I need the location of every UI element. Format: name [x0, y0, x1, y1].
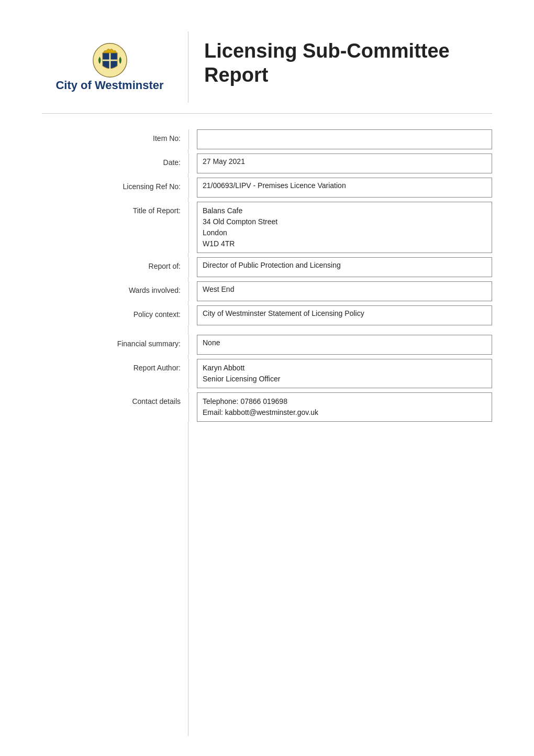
report-title-line1: Licensing Sub-Committee	[204, 40, 450, 62]
divider	[188, 154, 189, 173]
divider	[188, 257, 189, 277]
item-no-label: Item No:	[42, 129, 188, 149]
financial-summary-row: Financial summary: None	[42, 335, 492, 355]
licensing-ref-row: Licensing Ref No: 21/00693/LIPV - Premis…	[42, 178, 492, 198]
report-title: Licensing Sub-Committee Report	[204, 39, 482, 87]
report-author-line2: Senior Licensing Officer	[203, 374, 280, 385]
report-author-label: Report Author:	[42, 359, 188, 388]
divider	[188, 202, 189, 253]
report-author-line1: Karyn Abbott	[203, 363, 244, 374]
title-line3: London	[203, 227, 227, 238]
wards-involved-label: Wards involved:	[42, 281, 188, 301]
contact-details-label: Contact details	[42, 392, 188, 422]
financial-summary-label: Financial summary:	[42, 335, 188, 355]
crest-icon	[92, 42, 128, 79]
title-of-report-label: Title of Report:	[42, 202, 188, 253]
title-line4: W1D 4TR	[203, 238, 235, 249]
divider	[188, 305, 189, 325]
wards-involved-row: Wards involved: West End	[42, 281, 492, 301]
contact-details-line1: Telephone: 07866 019698	[203, 396, 287, 407]
report-title-line2: Report	[204, 64, 268, 86]
report-of-label: Report of:	[42, 257, 188, 277]
policy-context-row: Policy context: City of Westminster Stat…	[42, 305, 492, 325]
contact-details-row: Contact details Telephone: 07866 019698 …	[42, 392, 492, 422]
divider	[188, 335, 189, 355]
logo-area: City of Westminster	[42, 31, 188, 103]
page: City of Westminster Licensing Sub-Commit…	[31, 16, 503, 752]
date-label: Date:	[42, 154, 188, 173]
title-line2: 34 Old Compton Street	[203, 216, 277, 227]
title-of-report-row: Title of Report: Balans Cafe 34 Old Comp…	[42, 202, 492, 253]
date-row: Date: 27 May 2021	[42, 154, 492, 173]
divider	[188, 392, 189, 422]
item-no-value	[197, 129, 492, 149]
financial-summary-value: None	[197, 335, 492, 355]
licensing-ref-value: 21/00693/LIPV - Premises Licence Variati…	[197, 178, 492, 198]
divider	[188, 281, 189, 301]
report-author-value: Karyn Abbott Senior Licensing Officer	[197, 359, 492, 388]
item-no-row: Item No:	[42, 129, 492, 149]
header-section: City of Westminster Licensing Sub-Commit…	[42, 31, 492, 114]
title-area: Licensing Sub-Committee Report	[188, 31, 492, 95]
org-name: City of Westminster	[55, 79, 163, 92]
report-of-row: Report of: Director of Public Protection…	[42, 257, 492, 277]
contact-details-line2: Email: kabbott@westminster.gov.uk	[203, 407, 318, 418]
title-line1: Balans Cafe	[203, 205, 242, 216]
report-of-value: Director of Public Protection and Licens…	[197, 257, 492, 277]
policy-context-value: City of Westminster Statement of Licensi…	[197, 305, 492, 325]
divider	[188, 178, 189, 198]
contact-details-value: Telephone: 07866 019698 Email: kabbott@w…	[197, 392, 492, 422]
divider	[188, 129, 189, 149]
content-section: Item No: Date: 27 May 2021 Licensing Ref…	[42, 129, 492, 736]
report-author-row: Report Author: Karyn Abbott Senior Licen…	[42, 359, 492, 388]
title-of-report-value: Balans Cafe 34 Old Compton Street London…	[197, 202, 492, 253]
divider	[188, 359, 189, 388]
wards-involved-value: West End	[197, 281, 492, 301]
date-value: 27 May 2021	[197, 154, 492, 173]
policy-context-label: Policy context:	[42, 305, 188, 325]
licensing-ref-label: Licensing Ref No:	[42, 178, 188, 198]
